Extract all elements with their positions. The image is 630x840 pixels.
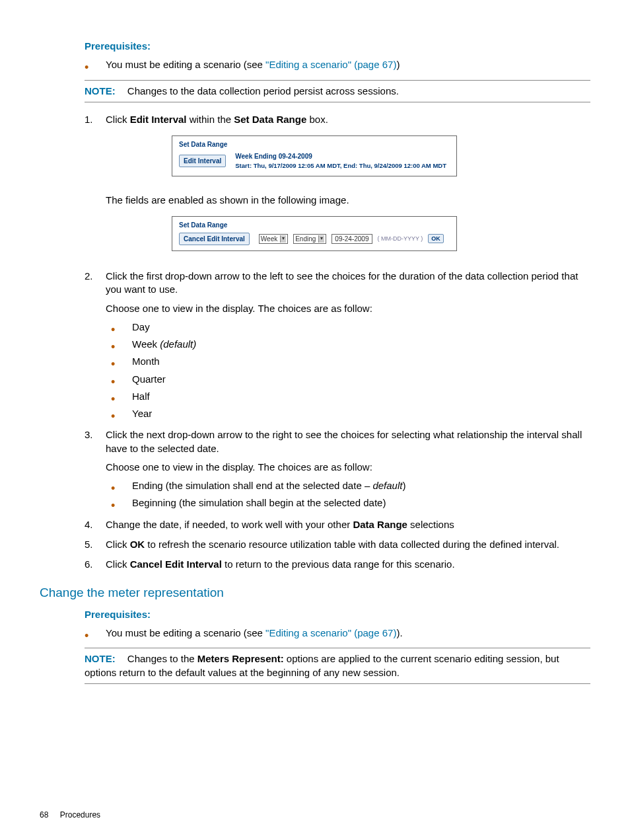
option-ending-default: default [372,480,402,491]
step2-p1: Click the first drop-down arrow to the l… [106,270,578,295]
step5-post: to refresh the scenario resource utiliza… [145,539,559,550]
step5-b1: OK [130,539,145,550]
step4-pre: Change the date, if needed, to work well… [106,519,353,530]
cancel-edit-interval-button[interactable]: Cancel Edit Interval [179,233,250,246]
figure-set-data-range-readonly: Set Data Range Edit Interval Week Ending… [172,135,457,176]
note-box-2: NOTE: Changes to the Meters Represent: o… [85,648,590,684]
prereq-item-2: You must be editing a scenario (see "Edi… [40,627,590,640]
option-week-label: Week [132,338,160,350]
figure-set-data-range-editable: Set Data Range Cancel Edit Interval Week… [172,216,457,251]
prereq2-suffix: ). [396,627,402,638]
relation-select-value: Ending [295,235,316,244]
ok-button[interactable]: OK [428,234,444,243]
note2-b1: Meters Represent: [197,653,284,664]
step6-post: to return to the previous data range for… [222,558,455,570]
prereq2-prefix: You must be editing a scenario (see [106,627,265,638]
step3-p2: Choose one to view in the display. The c… [106,461,590,474]
fig2-title: Set Data Range [179,221,450,230]
step5-pre: Click [106,539,130,550]
note-text: Changes to the data collection period pe… [127,85,399,96]
step6-b1: Cancel Edit Interval [130,558,222,570]
prerequisites-heading: Prerequisites: [85,40,590,53]
prereq-text-prefix: You must be editing a scenario (see [106,59,265,70]
prereq-text-suffix: ) [396,59,400,70]
chevron-down-icon: ▾ [280,235,286,243]
duration-select[interactable]: Week ▾ [259,234,288,245]
note-label-2: NOTE: [85,653,116,664]
prereq-item: You must be editing a scenario (see "Edi… [40,58,590,71]
step-1: Click Edit Interval within the Set Data … [40,113,590,263]
duration-options-list: Day Week (default) Month Quarter Half Ye… [40,321,590,421]
step-5: Click OK to refresh the scenario resourc… [40,538,590,551]
page-footer: 68 Procedures [40,810,100,820]
step1-b2: Set Data Range [234,114,306,125]
option-year: Year [40,407,590,420]
step1-post: box. [306,114,328,125]
procedure-steps: Click Edit Interval within the Set Data … [40,113,590,572]
step4-b1: Data Range [353,519,407,530]
step4-post: selections [407,519,454,530]
page-number: 68 [40,810,48,820]
fig1-title: Set Data Range [179,140,450,149]
footer-title: Procedures [60,810,100,820]
chevron-down-icon: ▾ [318,235,324,243]
duration-select-value: Week [261,235,277,244]
option-ending-post: ) [402,480,405,491]
option-day: Day [40,321,590,334]
step1-followup: The fields are enabled as shown in the f… [106,194,590,207]
prereq-list: You must be editing a scenario (see "Edi… [40,58,590,71]
edit-interval-button[interactable]: Edit Interval [179,155,226,168]
prereq-list-2: You must be editing a scenario (see "Edi… [40,627,590,640]
option-ending: Ending (the simulation shall end at the … [40,479,590,492]
note-label: NOTE: [85,85,116,96]
step-6: Click Cancel Edit Interval to return to … [40,558,590,571]
option-half: Half [40,390,590,403]
step-4: Change the date, if needed, to work well… [40,518,590,531]
link-editing-scenario[interactable]: "Editing a scenario" (page 67) [265,59,396,70]
note-box: NOTE: Changes to the data collection per… [85,80,590,102]
option-month: Month [40,355,590,368]
step1-b1: Edit Interval [130,114,187,125]
step-2: Click the first drop-down arrow to the l… [40,270,590,420]
option-beginning: Beginning (the simulation shall begin at… [40,496,590,510]
date-format-hint: ( MM-DD-YYYY ) [378,235,423,243]
step-3: Click the next drop-down arrow to the ri… [40,428,590,510]
date-input[interactable]: 09-24-2009 [332,234,372,245]
step3-p1: Click the next drop-down arrow to the ri… [106,429,582,453]
option-week: Week (default) [40,338,590,351]
fig1-line2: Start: Thu, 9/17/2009 12:05 AM MDT, End:… [235,162,446,171]
link-editing-scenario-2[interactable]: "Editing a scenario" (page 67) [265,627,396,638]
step1-mid: within the [187,114,234,125]
option-week-default: (default) [160,338,196,350]
prerequisites-heading-2: Prerequisites: [85,608,590,621]
relation-options-list: Ending (the simulation shall end at the … [40,479,590,510]
note2-pre: Changes to the [127,653,197,664]
step6-pre: Click [106,558,130,570]
option-quarter: Quarter [40,373,590,386]
option-ending-pre: Ending (the simulation shall end at the … [132,480,372,491]
section-heading-meter: Change the meter representation [40,584,590,601]
step2-p2: Choose one to view in the display. The c… [106,302,590,315]
fig1-line1: Week Ending 09-24-2009 [235,152,446,161]
relation-select[interactable]: Ending ▾ [293,234,326,245]
step1-pre: Click [106,114,130,125]
